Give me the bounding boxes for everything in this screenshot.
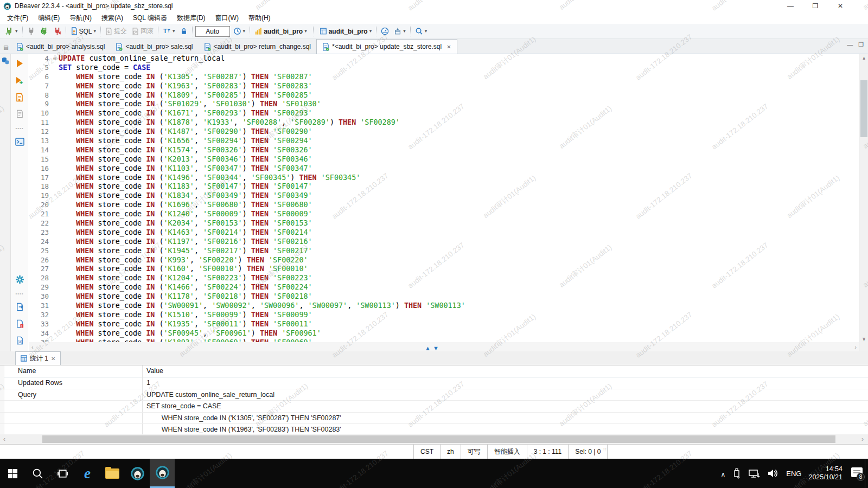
table-row[interactable]: Updated Rows1	[0, 377, 868, 389]
editor-line-24[interactable]: 24 WHEN store_code IN ('K1197', 'SF00216…	[28, 237, 840, 247]
scroll-right-icon[interactable]: ›	[854, 344, 857, 350]
taskbar-clock[interactable]: 14:54 2025/10/21	[808, 465, 843, 481]
editor-horizontal-scrollbar[interactable]: ‹ ›	[29, 342, 859, 351]
chevron-down-icon[interactable]: ▾	[173, 29, 175, 34]
transaction-log-button[interactable]: T ▾	[161, 26, 177, 36]
sql-button-label[interactable]: SQL	[79, 28, 92, 35]
editor-line-11[interactable]: 11 WHEN store_code IN ('K1878', 'K1933',…	[28, 118, 840, 127]
table-row[interactable]: WHEN store_code IN ('K1963', 'SF00283') …	[0, 424, 868, 434]
minimize-view-icon[interactable]: —	[847, 41, 853, 48]
connect-button[interactable]	[25, 26, 37, 36]
scrollbar-thumb[interactable]	[42, 435, 835, 443]
table-row[interactable]: QueryUPDATE custom_online_sale_return_lo…	[0, 389, 868, 401]
chevron-down-icon[interactable]: ▾	[403, 29, 406, 34]
editor-line-5[interactable]: 5SET store_code = CASE	[28, 63, 840, 73]
usb-device-icon[interactable]	[732, 468, 741, 479]
chevron-down-icon[interactable]: ▾	[425, 29, 427, 34]
notification-center-icon[interactable]: 8	[850, 467, 863, 479]
tab-close-icon[interactable]: ✕	[51, 356, 55, 362]
table-row[interactable]: WHEN store_code IN ('K1305', 'SF00287') …	[0, 413, 868, 425]
schema-selector[interactable]: audit_bi_pro ▾	[318, 26, 374, 36]
dashboard-button[interactable]	[379, 26, 391, 36]
tab-statistics[interactable]: 统计 1 ✕	[15, 351, 61, 365]
menu-item-4[interactable]: SQL 编辑器	[128, 12, 172, 24]
editor-line-9[interactable]: 9 WHEN store_code IN ('SF01029', 'SF0103…	[28, 100, 840, 109]
scroll-left-icon[interactable]: ‹	[31, 344, 34, 350]
tab-close-icon[interactable]: ✕	[446, 44, 451, 50]
chevron-down-icon[interactable]: ▾	[304, 29, 307, 34]
database-navigator-icon[interactable]	[0, 54, 10, 65]
volume-icon[interactable]	[767, 468, 779, 478]
menu-item-2[interactable]: 导航(N)	[65, 12, 97, 24]
editor-line-29[interactable]: 29 WHEN store_code IN ('K1466', 'SF00224…	[28, 283, 840, 292]
editor-line-19[interactable]: 19 WHEN store_code IN ('K1834', 'SF00349…	[28, 191, 840, 201]
table-row[interactable]: SET store_code = CASE	[0, 401, 868, 413]
tab-label[interactable]: *<audit_bi_pro> update_sbz_store.sql	[332, 43, 442, 50]
chevron-down-icon[interactable]: ▾	[369, 29, 372, 34]
new-connection-button[interactable]: + ▾	[3, 26, 20, 37]
show-desktop-button[interactable]	[865, 459, 868, 488]
sql-editor[interactable]: 4⊖UPDATE custom_online_sale_return_local…	[28, 54, 840, 346]
editor-line-13[interactable]: 13 WHEN store_code IN ('K1656', 'SF00294…	[28, 137, 840, 146]
sql-search-button[interactable]: ▾	[413, 26, 429, 36]
editor-line-23[interactable]: 23 WHEN store_code IN ('K1463', 'SF00214…	[28, 228, 840, 237]
file-error-icon[interactable]: !	[14, 318, 25, 330]
tab-analysis-sql[interactable]: <audit_bi_pro> analysis.sql	[11, 40, 110, 54]
commit-button-label[interactable]: 提交	[114, 27, 127, 36]
editor-line-22[interactable]: 22 WHEN store_code IN ('K2034', 'SF00153…	[28, 219, 840, 228]
editor-vertical-scrollbar[interactable]: ∧ ∨	[859, 54, 868, 351]
editor-line-15[interactable]: 15 WHEN store_code IN ('K2013', 'SF00346…	[28, 155, 840, 164]
disconnect-button[interactable]	[52, 26, 63, 36]
editor-line-18[interactable]: 18 WHEN store_code IN ('K1183', 'SF00147…	[28, 182, 840, 191]
chevron-down-icon[interactable]: ▾	[243, 29, 246, 34]
menu-item-3[interactable]: 搜索(A)	[97, 12, 128, 24]
connection-name[interactable]: audit_bi_pro	[264, 28, 303, 35]
menu-item-7[interactable]: 帮助(H)	[244, 12, 276, 24]
editor-line-33[interactable]: 33 WHEN store_code IN ('K1935', 'SF00011…	[28, 320, 840, 329]
scroll-right-icon[interactable]: ›	[858, 435, 867, 443]
restore-panel-icon[interactable]: ▤	[1, 41, 11, 54]
file-explorer-icon[interactable]	[100, 459, 125, 488]
editor-line-21[interactable]: 21 WHEN store_code IN ('K1240', 'SF00009…	[28, 210, 840, 219]
internet-explorer-icon[interactable]: e	[75, 459, 100, 488]
editor-line-28[interactable]: 28 WHEN store_code IN ('K1204', 'SF00223…	[28, 274, 840, 283]
reconnect-button[interactable]	[39, 26, 50, 36]
column-header-name[interactable]: Name	[18, 367, 36, 375]
close-button[interactable]: ✕	[828, 0, 853, 12]
chevron-down-icon[interactable]: ▾	[15, 29, 18, 34]
editor-line-12[interactable]: 12 WHEN store_code IN ('K1487', 'SF00290…	[28, 127, 840, 137]
task-view-icon[interactable]	[50, 459, 75, 488]
execute-in-new-tab-button[interactable]: +	[14, 74, 25, 86]
rollback-button-label[interactable]: 回滚	[141, 27, 154, 36]
dbeaver-taskbar-icon-active[interactable]	[150, 459, 175, 488]
commit-mode-select[interactable]: Auto	[195, 26, 230, 37]
minimize-button[interactable]: —	[778, 0, 803, 12]
commit-package-button[interactable]: ▾	[392, 26, 407, 36]
tab-label[interactable]: <audit_bi_pro> return_change.sql	[214, 43, 311, 50]
editor-line-6[interactable]: 6 WHEN store_code IN ('K1305', 'SF00287'…	[28, 73, 840, 82]
panel-sash-controls[interactable]: ▲ ▼	[425, 345, 439, 351]
editor-line-4[interactable]: 4⊖UPDATE custom_online_sale_return_local	[28, 54, 840, 63]
editor-line-26[interactable]: 26 WHEN store_code IN ('K993', 'SF00220'…	[28, 256, 840, 265]
menu-item-6[interactable]: 窗口(W)	[210, 12, 244, 24]
start-button[interactable]	[0, 459, 25, 488]
fold-collapse-icon[interactable]: ⊖	[51, 54, 59, 63]
commit-button[interactable]: 提交	[104, 25, 129, 37]
tab-return-change-sql[interactable]: <audit_bi_pro> return_change.sql	[199, 40, 316, 54]
column-header-value[interactable]: Value	[146, 367, 163, 375]
scroll-left-icon[interactable]: ‹	[0, 435, 9, 443]
menu-item-5[interactable]: 数据库(D)	[172, 12, 210, 24]
dbeaver-taskbar-icon[interactable]	[125, 459, 150, 488]
transaction-history-button[interactable]: ▾	[232, 26, 247, 36]
editor-line-17[interactable]: 17 WHEN store_code IN ('K1496', 'SF00344…	[28, 174, 840, 183]
tray-chevron-icon[interactable]: ∧	[720, 471, 725, 478]
editor-line-20[interactable]: 20 WHEN store_code IN ('K1696', 'SF00680…	[28, 201, 840, 210]
export-file-icon[interactable]	[14, 301, 25, 313]
editor-line-16[interactable]: 16 WHEN store_code IN ('K1103', 'SF00347…	[28, 164, 840, 174]
schema-name[interactable]: audit_bi_pro	[329, 28, 368, 35]
editor-line-31[interactable]: 31 WHEN store_code IN ('SW00091', 'SW000…	[28, 301, 840, 311]
editor-line-7[interactable]: 7 WHEN store_code IN ('K1963', 'SF00283'…	[28, 82, 840, 91]
open-console-button[interactable]	[14, 136, 25, 147]
editor-line-27[interactable]: 27 WHEN store_code IN ('K160', 'SF00010'…	[28, 265, 840, 274]
execute-script-button[interactable]	[14, 91, 25, 103]
